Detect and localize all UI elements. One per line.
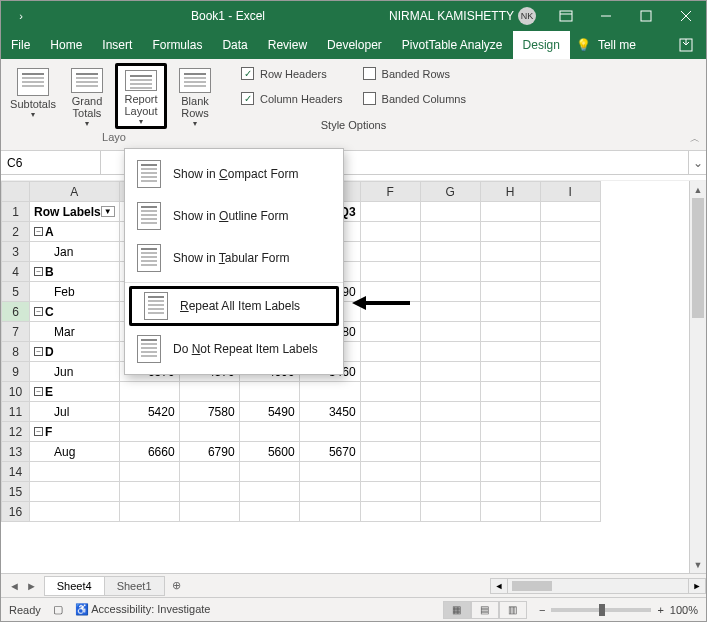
cell[interactable]: [420, 222, 480, 242]
cell[interactable]: [540, 302, 600, 322]
cell[interactable]: [239, 482, 299, 502]
cell[interactable]: [480, 422, 540, 442]
menu-show-tabular[interactable]: Show in Tabular Form: [125, 237, 343, 279]
cell[interactable]: [30, 482, 120, 502]
cell[interactable]: [360, 222, 420, 242]
accessibility-status[interactable]: ♿ Accessibility: Investigate: [75, 603, 211, 616]
cell[interactable]: [360, 402, 420, 422]
cell[interactable]: [480, 322, 540, 342]
cell[interactable]: [540, 382, 600, 402]
cell[interactable]: [299, 382, 360, 402]
vertical-scrollbar[interactable]: ▲ ▼: [689, 181, 706, 573]
select-all-cell[interactable]: [2, 182, 30, 202]
cell[interactable]: [179, 482, 239, 502]
cell[interactable]: Jan: [30, 242, 120, 262]
tell-me[interactable]: Tell me: [598, 31, 646, 59]
collapse-icon[interactable]: −: [34, 427, 43, 436]
collapse-icon[interactable]: −: [34, 227, 43, 236]
cell[interactable]: [179, 502, 239, 522]
cell[interactable]: Jul: [30, 402, 120, 422]
cell[interactable]: [239, 382, 299, 402]
cell[interactable]: 6660: [119, 442, 179, 462]
cell[interactable]: [119, 382, 179, 402]
row-header[interactable]: 8: [2, 342, 30, 362]
zoom-level[interactable]: 100%: [670, 604, 698, 616]
cell[interactable]: [540, 242, 600, 262]
name-box[interactable]: C6: [1, 151, 101, 174]
filter-dropdown-icon[interactable]: ▼: [101, 206, 115, 217]
cell[interactable]: 5490: [239, 402, 299, 422]
tab-developer[interactable]: Developer: [317, 31, 392, 59]
cell[interactable]: [30, 462, 120, 482]
cell[interactable]: [119, 482, 179, 502]
cell[interactable]: Feb: [30, 282, 120, 302]
cell[interactable]: 5600: [239, 442, 299, 462]
row-header[interactable]: 5: [2, 282, 30, 302]
sheet-tab-other[interactable]: Sheet1: [104, 576, 165, 596]
cell[interactable]: [420, 382, 480, 402]
cell[interactable]: [299, 462, 360, 482]
sheet-nav-next-icon[interactable]: ►: [26, 580, 37, 592]
user-account[interactable]: NIRMAL KAMISHETTY NK: [389, 7, 536, 25]
cell[interactable]: [480, 342, 540, 362]
cell[interactable]: [420, 402, 480, 422]
collapse-icon[interactable]: −: [34, 347, 43, 356]
collapse-icon[interactable]: −: [34, 387, 43, 396]
cell[interactable]: [299, 422, 360, 442]
cell[interactable]: −F: [30, 422, 120, 442]
page-layout-view-button[interactable]: ▤: [471, 601, 499, 619]
collapse-ribbon-icon[interactable]: ︿: [690, 132, 700, 146]
zoom-in-button[interactable]: +: [657, 604, 663, 616]
cell[interactable]: [360, 342, 420, 362]
cell[interactable]: [420, 422, 480, 442]
cell[interactable]: −B: [30, 262, 120, 282]
cell[interactable]: [360, 482, 420, 502]
tab-design[interactable]: Design: [513, 31, 570, 59]
sheet-tab-active[interactable]: Sheet4: [44, 576, 105, 596]
cell[interactable]: [360, 262, 420, 282]
sheet-nav-prev-icon[interactable]: ◄: [9, 580, 20, 592]
collapse-icon[interactable]: −: [34, 267, 43, 276]
cell[interactable]: −E: [30, 382, 120, 402]
tab-home[interactable]: Home: [40, 31, 92, 59]
ribbon-display-icon[interactable]: [546, 1, 586, 31]
new-sheet-button[interactable]: ⊕: [165, 579, 189, 592]
cell[interactable]: [540, 222, 600, 242]
page-break-view-button[interactable]: ▥: [499, 601, 527, 619]
cell[interactable]: [420, 242, 480, 262]
cell[interactable]: [179, 382, 239, 402]
cell[interactable]: −C: [30, 302, 120, 322]
cell[interactable]: 6790: [179, 442, 239, 462]
cell[interactable]: [299, 502, 360, 522]
cell[interactable]: [480, 502, 540, 522]
cell[interactable]: [540, 462, 600, 482]
cell[interactable]: [540, 282, 600, 302]
cell[interactable]: [480, 482, 540, 502]
cell[interactable]: 5670: [299, 442, 360, 462]
hscroll-right-icon[interactable]: ►: [688, 578, 706, 594]
cell[interactable]: [420, 282, 480, 302]
cell[interactable]: [360, 322, 420, 342]
cell[interactable]: [119, 502, 179, 522]
blank-rows-button[interactable]: BlankRows▾: [169, 63, 221, 129]
minimize-button[interactable]: [586, 1, 626, 31]
tab-pivottable-analyze[interactable]: PivotTable Analyze: [392, 31, 513, 59]
menu-no-repeat-labels[interactable]: Do Not Repeat Item Labels: [125, 328, 343, 370]
collapse-icon[interactable]: −: [34, 307, 43, 316]
row-header[interactable]: 2: [2, 222, 30, 242]
maximize-button[interactable]: [626, 1, 666, 31]
cell[interactable]: [420, 482, 480, 502]
cell[interactable]: [360, 462, 420, 482]
cell[interactable]: [540, 402, 600, 422]
close-button[interactable]: [666, 1, 706, 31]
share-button[interactable]: [666, 31, 706, 59]
cell[interactable]: [480, 382, 540, 402]
cell[interactable]: [540, 442, 600, 462]
cell[interactable]: [540, 422, 600, 442]
row-header[interactable]: 9: [2, 362, 30, 382]
col-header[interactable]: I: [540, 182, 600, 202]
cell[interactable]: [360, 242, 420, 262]
cell[interactable]: 7580: [179, 402, 239, 422]
cell[interactable]: [179, 462, 239, 482]
horizontal-scrollbar[interactable]: ◄ ►: [490, 578, 706, 594]
